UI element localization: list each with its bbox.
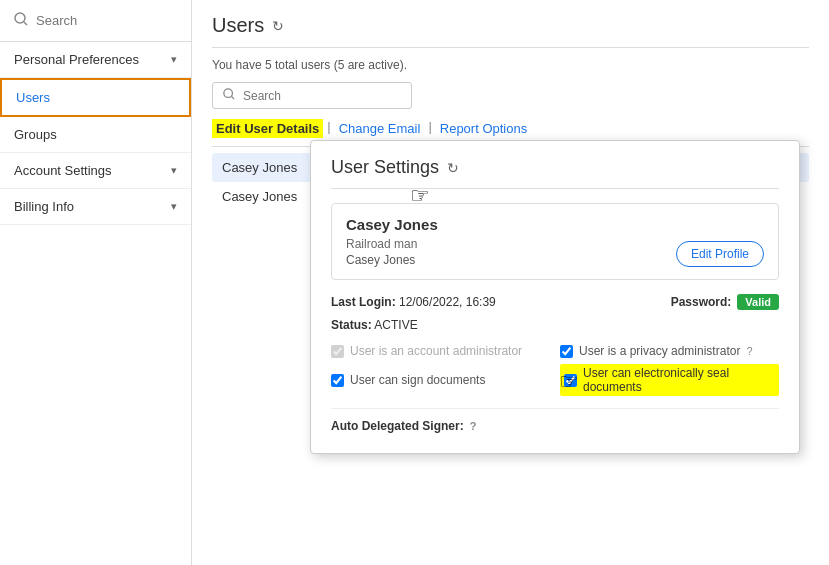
svg-line-3	[232, 97, 235, 100]
info-icon[interactable]: ?	[746, 345, 752, 357]
tab-report-options[interactable]: Report Options	[436, 119, 531, 138]
last-login-info: Last Login: 12/06/2022, 16:39	[331, 295, 496, 309]
sidebar-search-bar[interactable]	[0, 0, 191, 42]
user-email: Casey Jones	[346, 253, 438, 267]
status-value: ACTIVE	[374, 318, 417, 332]
panel-title: User Settings ↻	[331, 157, 779, 189]
users-title: Users ↻	[212, 14, 809, 48]
sidebar-item-users[interactable]: Users	[0, 78, 191, 117]
checkbox-seal-docs-label: User can electronically seal documents	[583, 366, 775, 394]
users-heading: Users	[212, 14, 264, 37]
chevron-down-icon: ▾	[171, 53, 177, 66]
chevron-down-icon: ▾	[171, 164, 177, 177]
tab-edit-user-details[interactable]: Edit User Details	[212, 119, 323, 138]
sidebar-item-label: Groups	[14, 127, 57, 142]
search-icon	[14, 12, 28, 29]
details-row: Last Login: 12/06/2022, 16:39 Password: …	[331, 294, 779, 310]
sidebar-item-label: Users	[16, 90, 50, 105]
sidebar-item-label: Billing Info	[14, 199, 74, 214]
checkbox-sign-docs: User can sign documents	[331, 364, 550, 396]
user-full-name: Casey Jones	[346, 216, 438, 233]
last-login-value: 12/06/2022, 16:39	[399, 295, 496, 309]
checkbox-privacy-admin-input[interactable]	[560, 345, 573, 358]
password-status-badge: Valid	[737, 294, 779, 310]
checkbox-sign-docs-input[interactable]	[331, 374, 344, 387]
users-search-bar[interactable]	[212, 82, 412, 109]
sidebar: Personal Preferences ▾ Users Groups Acco…	[0, 0, 192, 565]
sidebar-item-label: Personal Preferences	[14, 52, 139, 67]
search-icon	[223, 88, 235, 103]
svg-line-1	[24, 22, 27, 25]
panel-refresh-icon[interactable]: ↻	[447, 160, 459, 176]
status-row: Status: ACTIVE	[331, 318, 779, 332]
auto-delegate-label: Auto Delegated Signer:	[331, 419, 464, 433]
sidebar-item-personal-preferences[interactable]: Personal Preferences ▾	[0, 42, 191, 78]
sidebar-item-label: Account Settings	[14, 163, 112, 178]
checkboxes-section: User is an account administrator User is…	[331, 344, 779, 396]
sidebar-search-input[interactable]	[36, 13, 177, 28]
edit-profile-button[interactable]: Edit Profile	[676, 241, 764, 267]
auto-delegate-info-icon[interactable]: ?	[470, 420, 477, 432]
checkbox-privacy-admin-label: User is a privacy administrator	[579, 344, 740, 358]
checkbox-account-admin-label: User is an account administrator	[350, 344, 522, 358]
svg-point-2	[224, 89, 233, 98]
sidebar-item-account-settings[interactable]: Account Settings ▾	[0, 153, 191, 189]
password-label: Password:	[671, 295, 732, 309]
password-info: Password: Valid	[671, 294, 779, 310]
status-label: Status:	[331, 318, 372, 332]
sidebar-item-billing-info[interactable]: Billing Info ▾	[0, 189, 191, 225]
user-settings-panel: User Settings ↻ Casey Jones Railroad man…	[310, 140, 800, 454]
panel-heading: User Settings	[331, 157, 439, 178]
checkbox-seal-docs: User can electronically seal documents	[560, 364, 779, 396]
checkbox-sign-docs-label: User can sign documents	[350, 373, 485, 387]
svg-point-0	[15, 13, 25, 23]
users-subtitle: You have 5 total users (5 are active).	[212, 58, 809, 72]
checkbox-seal-docs-input[interactable]	[564, 374, 577, 387]
auto-delegate-row: Auto Delegated Signer: ?	[331, 408, 779, 433]
checkbox-account-admin-input[interactable]	[331, 345, 344, 358]
user-card-info: Casey Jones Railroad man Casey Jones	[346, 216, 438, 267]
chevron-down-icon: ▾	[171, 200, 177, 213]
tab-change-email[interactable]: Change Email	[335, 119, 425, 138]
last-login-label: Last Login:	[331, 295, 396, 309]
refresh-icon[interactable]: ↻	[272, 18, 284, 34]
checkbox-privacy-admin: User is a privacy administrator ?	[560, 344, 779, 358]
user-card: Casey Jones Railroad man Casey Jones Edi…	[331, 203, 779, 280]
checkbox-account-admin: User is an account administrator	[331, 344, 550, 358]
sidebar-item-groups[interactable]: Groups	[0, 117, 191, 153]
users-search-input[interactable]	[243, 89, 393, 103]
user-job-title: Railroad man	[346, 237, 438, 251]
